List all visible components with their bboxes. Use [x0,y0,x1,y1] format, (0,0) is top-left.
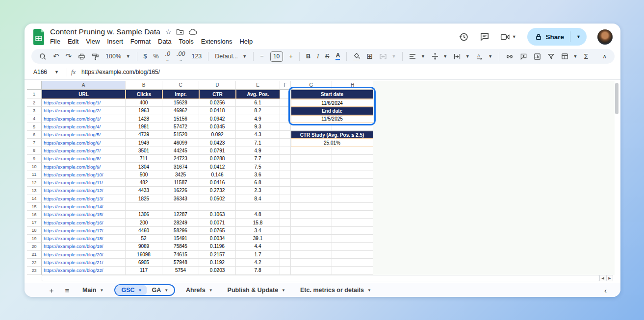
url-cell[interactable]: https://example.com/blog/6/ [42,139,126,147]
cell-F2[interactable] [280,99,291,107]
data-cell[interactable]: 57472 [162,123,199,131]
cell-H20[interactable] [332,243,373,250]
row-header-4[interactable]: 4 [27,115,42,123]
cell-F17[interactable] [280,219,291,226]
cell-H10[interactable] [332,163,373,171]
data-cell[interactable] [236,203,280,211]
italic-button[interactable]: I [317,53,319,60]
fill-color-button[interactable] [353,52,360,61]
horizontal-scrollbar[interactable]: ◀ ▶ [42,275,613,281]
url-cell[interactable]: https://example.com/blog/9/ [42,163,126,171]
cell-G12[interactable] [291,179,332,187]
increase-decimals-button[interactable]: .00→ [177,51,185,62]
data-cell[interactable]: 46099 [162,139,199,147]
row-header-9[interactable]: 9 [27,155,42,163]
row-header-2[interactable]: 2 [27,99,42,107]
data-cell[interactable]: 7.5 [236,163,280,171]
data-cell[interactable]: 500 [126,171,162,179]
cell-H17[interactable] [332,219,373,226]
font-size-input[interactable]: 10 [270,51,283,62]
url-cell[interactable]: https://example.com/blog/8/ [42,155,126,163]
menu-data[interactable]: Data [158,38,171,45]
data-cell[interactable]: 1.7 [236,251,280,259]
menu-insert[interactable]: Insert [107,38,123,45]
font-select[interactable]: Defaul... ▼ [215,53,247,60]
formula-input[interactable]: https://example.com/blog/165/ [81,69,160,75]
cell-F7[interactable] [280,139,291,147]
meet-presence-control[interactable]: ▼ [500,33,516,41]
row-header-3[interactable]: 3 [27,107,42,115]
data-cell[interactable]: 4.4 [236,243,280,250]
sheet-tab-gsc[interactable]: GSC▼ [116,285,147,295]
url-cell[interactable]: https://example.com/blog/21/ [42,259,126,267]
data-cell[interactable]: 6.8 [236,179,280,187]
redo-icon[interactable]: ↷ [66,52,72,61]
data-cell[interactable]: 3501 [126,147,162,155]
data-cell[interactable]: 15156 [162,115,199,123]
data-cell[interactable]: 1304 [126,163,162,171]
scroll-right-button[interactable]: ▶ [606,275,613,281]
data-cell[interactable]: 0.092 [199,131,236,139]
cell-F21[interactable] [280,251,291,259]
cell-G11[interactable] [291,171,332,179]
url-cell[interactable]: https://example.com/blog/1/ [42,99,126,107]
url-cell[interactable]: https://example.com/blog/10/ [42,171,126,179]
data-cell[interactable]: 16226 [162,187,199,195]
cell-G20[interactable] [291,243,332,250]
data-cell[interactable]: 3.6 [236,171,280,179]
table-header-ctr[interactable]: CTR [199,90,236,99]
row-header-11[interactable]: 11 [27,171,42,179]
menu-extensions[interactable]: Extensions [201,38,232,45]
url-cell[interactable]: https://example.com/blog/19/ [42,243,126,250]
end-date-value-cell[interactable]: 11/5/2025 [291,115,373,123]
data-cell[interactable]: 7.8 [236,267,280,274]
cell-G22[interactable] [291,259,332,267]
url-cell[interactable]: https://example.com/blog/2/ [42,107,126,115]
data-cell[interactable]: 3425 [162,171,199,179]
data-cell[interactable]: 1949 [126,139,162,147]
data-cell[interactable]: 0.0345 [199,123,236,131]
decrease-font-size-button[interactable]: − [260,53,263,60]
vertical-scrollbar[interactable] [614,82,619,288]
cloud-status-icon[interactable] [189,29,197,35]
star-icon[interactable]: ☆ [165,28,172,36]
cell-G13[interactable] [291,187,332,195]
data-cell[interactable]: 74615 [162,251,199,259]
table-header-avgpos[interactable]: Avg. Pos. [236,90,280,99]
table-header-url[interactable]: URL [42,90,126,99]
share-dropdown-icon[interactable]: ▼ [570,34,587,39]
data-cell[interactable]: 31674 [162,163,199,171]
cell-F5[interactable] [280,123,291,131]
print-icon[interactable] [78,53,85,60]
cell-F6[interactable] [280,131,291,139]
vertical-scroll-thumb[interactable] [615,83,618,114]
data-cell[interactable]: 4.8 [236,211,280,219]
data-cell[interactable] [199,203,236,211]
data-cell[interactable]: 711 [126,155,162,163]
cell-F18[interactable] [280,227,291,235]
add-sheet-button[interactable]: + [46,286,57,295]
data-cell[interactable]: 0.1063 [199,211,236,219]
cell-G5[interactable] [291,123,332,131]
horizontal-scroll-track[interactable] [42,275,599,281]
data-cell[interactable]: 2.3 [236,187,280,195]
doc-title[interactable]: Content Pruning w. Sample Data [50,27,160,36]
hide-menus-icon[interactable]: ∧ [602,53,607,60]
url-cell[interactable]: https://example.com/blog/16/ [42,219,126,226]
row-header-13[interactable]: 13 [27,187,42,195]
cell-H5[interactable] [332,123,373,131]
row-header-18[interactable]: 18 [27,227,42,235]
bold-button[interactable]: B [306,53,310,60]
scroll-left-button[interactable]: ◀ [599,275,606,281]
data-cell[interactable]: 15.8 [236,219,280,226]
cell-H12[interactable] [332,179,373,187]
cell-H21[interactable] [332,251,373,259]
url-cell[interactable]: https://example.com/blog/14/ [42,203,126,211]
row-header-8[interactable]: 8 [27,147,42,155]
url-cell[interactable]: https://example.com/blog/4/ [42,123,126,131]
menu-file[interactable]: File [50,38,60,45]
data-cell[interactable]: 0.0418 [199,107,236,115]
account-avatar[interactable] [597,29,613,45]
cell-F23[interactable] [280,267,291,274]
data-cell[interactable]: 0.146 [199,171,236,179]
